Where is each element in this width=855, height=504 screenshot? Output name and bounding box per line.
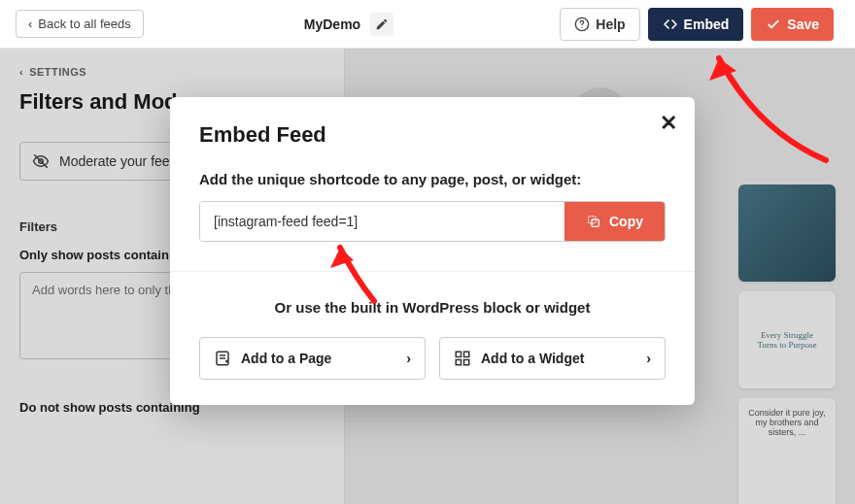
copy-button[interactable]: Copy — [564, 202, 665, 241]
help-icon — [574, 17, 590, 32]
save-button[interactable]: Save — [751, 8, 834, 41]
back-label: Back to all feeds — [38, 17, 130, 31]
svg-rect-9 — [456, 352, 461, 356]
feed-tile[interactable] — [738, 185, 836, 282]
page-icon — [214, 350, 231, 367]
check-icon — [766, 17, 781, 32]
svg-rect-4 — [592, 219, 598, 226]
svg-point-1 — [582, 26, 583, 27]
feed-title: MyDemo — [304, 17, 360, 32]
chevron-right-icon: › — [646, 351, 651, 366]
tile-caption: Consider it pure joy, my brothers and si… — [744, 408, 830, 437]
add-page-label: Add to a Page — [241, 351, 331, 366]
chevron-left-icon: ‹ — [28, 17, 32, 31]
shortcode-input[interactable] — [200, 202, 564, 241]
feed-tile[interactable]: Every Struggle Turns to Purpose — [738, 291, 836, 388]
copy-icon — [586, 214, 601, 229]
embed-label: Embed — [684, 17, 730, 32]
embed-feed-modal: ✕ Embed Feed Add the unique shortcode to… — [170, 97, 695, 405]
add-to-page-button[interactable]: Add to a Page › — [199, 337, 426, 380]
add-to-widget-button[interactable]: Add to a Widget › — [439, 337, 666, 380]
top-actions: Help Embed Save — [554, 2, 839, 47]
svg-rect-11 — [456, 360, 461, 365]
help-label: Help — [596, 17, 625, 32]
eye-off-icon — [32, 152, 50, 170]
widget-icon — [454, 350, 471, 367]
copy-label: Copy — [609, 214, 643, 229]
or-use-text: Or use the built in WordPress block or w… — [199, 299, 666, 316]
edit-title-button[interactable] — [370, 13, 393, 36]
modal-title: Embed Feed — [199, 122, 666, 148]
settings-back-link[interactable]: ‹ SETTINGS — [19, 66, 325, 78]
settings-label: SETTINGS — [29, 66, 86, 78]
add-widget-label: Add to a Widget — [481, 351, 584, 366]
modal-subtitle: Add the unique shortcode to any page, po… — [199, 171, 666, 187]
back-button[interactable]: ‹ Back to all feeds — [16, 10, 144, 38]
close-icon: ✕ — [660, 111, 677, 135]
svg-rect-12 — [464, 360, 469, 365]
top-bar: ‹ Back to all feeds MyDemo Help Embed Sa… — [0, 0, 855, 49]
save-label: Save — [787, 17, 819, 32]
help-button[interactable]: Help — [560, 8, 639, 41]
code-icon — [663, 17, 678, 32]
chevron-right-icon: › — [406, 351, 411, 366]
moderate-label: Moderate your fee — [59, 153, 170, 169]
close-button[interactable]: ✕ — [660, 111, 677, 136]
feed-tile[interactable]: Consider it pure joy, my brothers and si… — [738, 398, 836, 504]
chevron-left-icon: ‹ — [19, 66, 23, 78]
pencil-icon — [375, 17, 389, 31]
svg-rect-10 — [464, 352, 469, 356]
shortcode-row: Copy — [199, 201, 666, 242]
embed-button[interactable]: Embed — [648, 8, 744, 41]
